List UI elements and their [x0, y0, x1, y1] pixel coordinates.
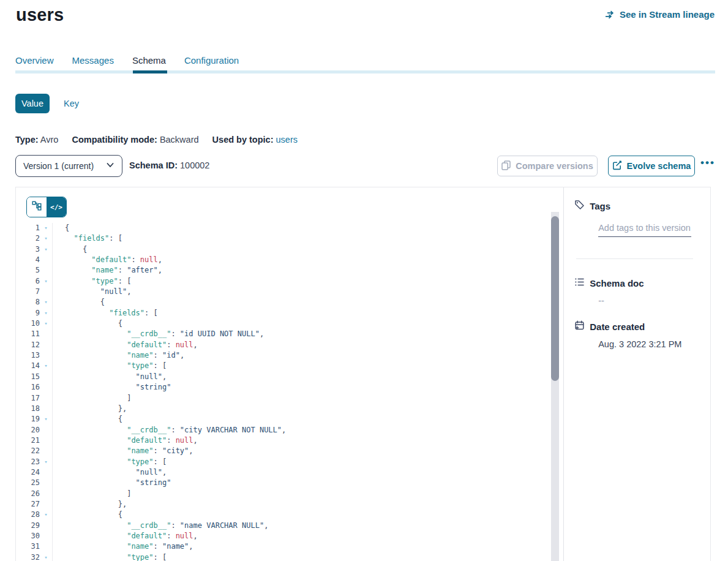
code-line: 8▾ {	[16, 297, 549, 307]
compatibility-label: Compatibility mode:	[72, 135, 157, 145]
fold-spacer	[40, 467, 52, 478]
code-content[interactable]: {	[52, 318, 122, 329]
fold-arrow-icon[interactable]: ▾	[40, 552, 52, 561]
code-line: 21 "default": null,	[16, 435, 549, 446]
value-toggle-button[interactable]: Value	[15, 94, 50, 113]
code-line: 22 "name": "city",	[16, 446, 549, 456]
line-number: 29	[16, 521, 40, 531]
type-value: Avro	[40, 135, 59, 145]
tab-bar	[15, 70, 715, 73]
fold-arrow-icon[interactable]: ▾	[40, 233, 52, 244]
type-label: Type:	[15, 135, 39, 145]
code-content[interactable]: "null",	[52, 467, 167, 478]
code-content[interactable]: {	[52, 223, 69, 233]
code-content[interactable]: },	[52, 499, 127, 510]
fold-arrow-icon[interactable]: ▾	[40, 308, 52, 318]
fold-spacer	[40, 393, 52, 404]
code-content[interactable]: "type": [	[52, 276, 131, 287]
version-select[interactable]: Version 1 (current)	[15, 155, 122, 177]
code-content[interactable]: ]	[52, 489, 131, 499]
compare-versions-icon	[501, 160, 511, 172]
code-content[interactable]: "__crdb__": "city VARCHAR NOT NULL",	[52, 425, 286, 435]
code-content[interactable]: ]	[52, 393, 131, 404]
fold-spacer	[40, 329, 52, 339]
code-content[interactable]: {	[52, 414, 122, 424]
line-number: 32	[16, 552, 40, 561]
code-line: 12 "default": null,	[16, 340, 549, 350]
fold-spacer	[40, 287, 52, 297]
compare-versions-button[interactable]: Compare versions	[497, 156, 598, 176]
fold-spacer	[40, 521, 52, 531]
code-content[interactable]: "default": null,	[52, 255, 162, 265]
evolve-schema-button[interactable]: Evolve schema	[608, 156, 695, 176]
fold-arrow-icon[interactable]: ▾	[40, 244, 52, 255]
more-actions-button[interactable]: •••	[700, 157, 715, 169]
code-line: 26 ]	[16, 489, 549, 499]
line-number: 25	[16, 478, 40, 488]
code-line: 13 "name": "id",	[16, 350, 549, 361]
stream-lineage-label: See in Stream lineage	[620, 9, 715, 20]
schema-doc-section: Schema doc --	[574, 277, 710, 306]
date-created-heading-label: Date created	[590, 322, 645, 332]
code-scrollbar-track[interactable]	[551, 212, 559, 561]
schema-meta-row: Type: Avro Compatibility mode: Backward …	[15, 135, 298, 145]
code-content[interactable]: {	[52, 244, 87, 255]
used-by-topic-link[interactable]: users	[276, 135, 298, 145]
code-content[interactable]: "type": [	[52, 552, 167, 561]
line-number: 9	[16, 308, 40, 318]
code-line: 14▾ "type": [	[16, 361, 549, 371]
line-number: 12	[16, 340, 40, 350]
code-content[interactable]: "name": "id",	[52, 350, 184, 361]
line-number: 20	[16, 425, 40, 435]
line-number: 17	[16, 393, 40, 404]
code-content[interactable]: "fields": [	[52, 233, 122, 244]
code-content[interactable]: "default": null,	[52, 340, 198, 350]
code-content[interactable]: "string"	[52, 478, 171, 488]
code-content[interactable]: "null",	[52, 287, 131, 297]
fold-arrow-icon[interactable]: ▾	[40, 510, 52, 520]
code-content[interactable]: "name": "name",	[52, 541, 193, 552]
code-content[interactable]: "null",	[52, 372, 167, 382]
fold-arrow-icon[interactable]: ▾	[40, 276, 52, 287]
compare-versions-label: Compare versions	[516, 161, 593, 171]
fold-spacer	[40, 499, 52, 510]
fold-arrow-icon[interactable]: ▾	[40, 361, 52, 371]
fold-arrow-icon[interactable]: ▾	[40, 223, 52, 233]
code-view-button[interactable]: </>	[47, 197, 66, 217]
fold-arrow-icon[interactable]: ▾	[40, 414, 52, 424]
fold-arrow-icon[interactable]: ▾	[40, 318, 52, 329]
date-created-heading: Date created	[574, 320, 710, 333]
tags-heading-label: Tags	[590, 201, 610, 211]
code-line: 31 "name": "name",	[16, 541, 549, 552]
code-content[interactable]: "name": "city",	[52, 446, 193, 456]
code-content[interactable]: "type": [	[52, 457, 167, 467]
code-content[interactable]: "fields": [	[52, 308, 158, 318]
code-content[interactable]: "name": "after",	[52, 265, 162, 276]
tags-heading: Tags	[574, 200, 710, 212]
code-line: 1▾{	[16, 223, 549, 233]
code-scrollbar-thumb[interactable]	[551, 216, 559, 381]
code-line: 2▾ "fields": [	[16, 233, 549, 244]
tree-view-button[interactable]	[27, 197, 47, 217]
code-content[interactable]: "default": null,	[52, 531, 198, 541]
add-tags-input[interactable]	[598, 222, 691, 237]
code-content[interactable]: {	[52, 510, 122, 520]
code-content[interactable]: "type": [	[52, 361, 167, 371]
fold-arrow-icon[interactable]: ▾	[40, 457, 52, 467]
schema-id: Schema ID: 100002	[129, 160, 209, 170]
code-content[interactable]: },	[52, 404, 127, 414]
code-content[interactable]: "default": null,	[52, 435, 198, 446]
fold-arrow-icon[interactable]: ▾	[40, 297, 52, 307]
code-content[interactable]: {	[52, 297, 105, 307]
calendar-add-icon	[574, 320, 585, 333]
compatibility-value: Backward	[160, 135, 199, 145]
code-content[interactable]: "__crdb__": "name VARCHAR NULL",	[52, 521, 268, 531]
fold-spacer	[40, 382, 52, 393]
version-actions-row: Version 1 (current) Schema ID: 100002 Co…	[0, 155, 728, 177]
code-content[interactable]: "string"	[52, 382, 171, 393]
page-title: users	[16, 5, 64, 25]
fold-spacer	[40, 350, 52, 361]
code-content[interactable]: "__crdb__": "id UUID NOT NULL",	[52, 329, 264, 339]
key-toggle-button[interactable]: Key	[64, 99, 79, 108]
stream-lineage-link[interactable]: See in Stream lineage	[605, 9, 715, 20]
